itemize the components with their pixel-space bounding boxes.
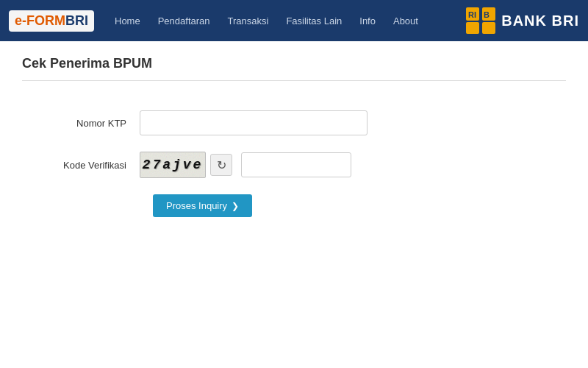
captcha-image: 27ajve (140, 152, 206, 178)
svg-text:B: B (484, 10, 490, 19)
logo-box: e-FORMBRI (9, 10, 94, 32)
proses-inquiry-button[interactable]: Proses Inquiry ❯ (153, 194, 252, 217)
captcha-input[interactable] (241, 152, 351, 177)
bank-bri-label: BANK BRI (501, 13, 579, 29)
nav-link-fasilitas[interactable]: Fasilitas Lain (279, 11, 349, 31)
kode-verifikasi-row: Kode Verifikasi 27ajve ↻ (37, 152, 551, 178)
nomor-ktp-label: Nomor KTP (37, 118, 140, 129)
main-content: Cek Penerima BPUM Nomor KTP Kode Verifik… (0, 41, 588, 368)
captcha-text: 27ajve (143, 158, 204, 172)
navbar-left: e-FORMBRI Home Pendaftaran Transaksi Fas… (9, 10, 426, 32)
proses-inquiry-label: Proses Inquiry (166, 200, 227, 211)
svg-rect-3 (482, 22, 495, 34)
captcha-container: 27ajve ↻ (140, 152, 351, 178)
nav-links: Home Pendaftaran Transaksi Fasilitas Lai… (107, 11, 426, 31)
refresh-captcha-button[interactable]: ↻ (210, 154, 232, 176)
submit-row: Proses Inquiry ❯ (153, 194, 551, 217)
svg-text:RI: RI (468, 10, 476, 19)
logo-text: e-FORMBRI (15, 13, 88, 28)
bri-logo-icon: RI B (465, 6, 497, 35)
nav-link-pendaftaran[interactable]: Pendaftaran (151, 11, 218, 31)
nomor-ktp-input[interactable] (140, 110, 368, 135)
svg-rect-2 (466, 22, 479, 34)
kode-verifikasi-label: Kode Verifikasi (37, 160, 140, 171)
page-title: Cek Penerima BPUM (22, 56, 566, 81)
nav-link-info[interactable]: Info (352, 11, 383, 31)
nomor-ktp-row: Nomor KTP (37, 110, 551, 135)
bank-bri-logo: RI B BANK BRI (465, 6, 579, 35)
nav-link-about[interactable]: About (386, 11, 426, 31)
form-section: Nomor KTP Kode Verifikasi 27ajve ↻ Prose… (22, 103, 566, 224)
nav-link-home[interactable]: Home (107, 11, 148, 31)
chevron-right-icon: ❯ (232, 201, 239, 211)
navbar: e-FORMBRI Home Pendaftaran Transaksi Fas… (0, 0, 588, 41)
nav-link-transaksi[interactable]: Transaksi (220, 11, 276, 31)
